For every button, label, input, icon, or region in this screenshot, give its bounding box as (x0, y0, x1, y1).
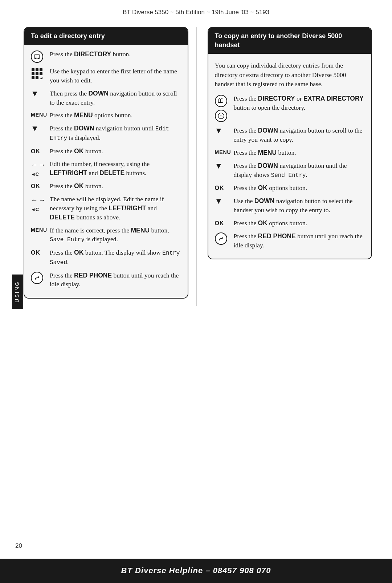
step-text: Press the OK button. The display will sh… (50, 248, 181, 267)
arrows-delete-icon: ← → ◄C (31, 159, 50, 178)
step-text: Press the RED PHONE button until you rea… (234, 232, 365, 250)
step-row: Press the RED PHONE button until you rea… (31, 271, 181, 289)
svg-rect-6 (32, 76, 34, 79)
footer-bar: BT Diverse Helpline – 08457 908 070 (0, 559, 392, 583)
down-arrow-icon: ▼ (31, 124, 50, 133)
ok-icon: OK (215, 183, 234, 192)
step-row: ▼ Then press the DOWN navigation button … (31, 89, 181, 107)
edit-entry-heading: To edit a directory entry (24, 28, 188, 45)
step-text: The name will be displayed. Edit the nam… (50, 195, 181, 222)
step-text: Press the RED PHONE button until you rea… (50, 271, 181, 289)
step-text: Use the keypad to enter the first letter… (50, 67, 181, 85)
arrows-delete-icon: ← → ◄C (31, 195, 50, 213)
step-row: OK Press the OK options button. (215, 183, 365, 193)
copy-entry-heading: To copy an entry to another Diverse 5000… (208, 28, 372, 54)
svg-rect-0 (32, 68, 34, 71)
step-row: OK Press the OK options button. (215, 219, 365, 228)
menu-icon: MENU (215, 148, 234, 156)
menu-icon: MENU (31, 226, 50, 234)
right-column: To copy an entry to another Diverse 5000… (197, 27, 372, 306)
menu-icon: MENU (31, 111, 50, 119)
step-text: Press the OK options button. (234, 183, 365, 193)
step-row: ▼ Press the DOWN navigation button until… (215, 161, 365, 180)
step-text: Press the MENU button. (234, 148, 365, 157)
directory-icon: 🕮 (31, 50, 50, 63)
step-text: Press the MENU options button. (50, 111, 181, 120)
step-row: ← → ◄C Edit the number, if necessary, us… (31, 159, 181, 178)
step-row: 🕮 ☺ Press the DIRECTORY or EXTRA DIRECTO… (215, 94, 365, 122)
down-arrow-icon: ▼ (215, 161, 234, 170)
svg-rect-7 (36, 76, 38, 79)
helpline-text: BT Diverse Helpline – 08457 908 070 (121, 566, 271, 575)
ok-icon: OK (31, 147, 50, 155)
header-title: BT Diverse 5350 ~ 5th Edition ~ 19th Jun… (123, 9, 269, 16)
copy-entry-section: To copy an entry to another Diverse 5000… (208, 27, 372, 260)
main-content: To edit a directory entry 🕮 Press the DI… (0, 23, 392, 313)
edit-entry-section: To edit a directory entry 🕮 Press the DI… (24, 27, 188, 299)
step-text: Press the DOWN navigation button until t… (234, 161, 365, 180)
step-text: Press the OK button. (50, 182, 181, 191)
copy-entry-body: You can copy individual directory entrie… (208, 54, 372, 259)
step-row: 🕮 Press the DIRECTORY button. (31, 50, 181, 63)
intro-text: You can copy individual directory entrie… (215, 61, 365, 89)
step-text: Press the DOWN navigation button to scro… (234, 126, 365, 144)
step-row: Use the keypad to enter the first letter… (31, 67, 181, 85)
step-text: Edit the number, if necessary, using the… (50, 159, 181, 178)
left-column: To edit a directory entry 🕮 Press the DI… (24, 27, 197, 306)
svg-rect-5 (40, 72, 42, 75)
edit-entry-body: 🕮 Press the DIRECTORY button. (24, 45, 188, 298)
step-text: Press the DIRECTORY or EXTRA DIRECTORY b… (234, 94, 365, 112)
ok-icon: OK (31, 182, 50, 190)
svg-rect-1 (36, 68, 38, 71)
step-row: ▼ Press the DOWN navigation button to sc… (215, 126, 365, 144)
step-row: MENU Press the MENU button. (215, 148, 365, 157)
step-row: ← → ◄C The name will be displayed. Edit … (31, 195, 181, 222)
step-row: OK Press the OK button. (31, 182, 181, 191)
step-row: Press the RED PHONE button until you rea… (215, 232, 365, 250)
step-text: Press the DOWN navigation button until E… (50, 124, 181, 142)
step-row: ▼ Use the DOWN navigation button to sele… (215, 197, 365, 215)
page-number: 20 (15, 542, 22, 550)
step-row: OK Press the OK button. (31, 147, 181, 156)
step-row: ▼ Press the DOWN navigation button until… (31, 124, 181, 142)
directory-extra-icon: 🕮 ☺ (215, 94, 234, 122)
step-text: Press the OK options button. (234, 219, 365, 228)
step-text: Press the DIRECTORY button. (50, 50, 181, 59)
down-arrow-icon: ▼ (31, 89, 50, 98)
ok-icon: OK (31, 248, 50, 257)
step-text: Use the DOWN navigation button to select… (234, 197, 365, 215)
svg-marker-8 (40, 77, 42, 79)
ok-icon: OK (215, 219, 234, 227)
red-phone-icon (215, 232, 234, 245)
step-row: MENU Press the MENU options button. (31, 111, 181, 120)
step-text: Press the OK button. (50, 147, 181, 156)
svg-rect-4 (36, 72, 38, 75)
svg-rect-2 (40, 68, 42, 71)
step-text: If the name is correct, press the MENU b… (50, 226, 181, 244)
step-row: MENU If the name is correct, press the M… (31, 226, 181, 244)
side-label: USING (12, 274, 23, 309)
keypad-icon (31, 67, 50, 81)
red-phone-icon (31, 271, 50, 284)
step-row: OK Press the OK button. The display will… (31, 248, 181, 267)
down-arrow-icon: ▼ (215, 197, 234, 205)
page-header: BT Diverse 5350 ~ 5th Edition ~ 19th Jun… (0, 0, 392, 23)
step-text: Then press the DOWN navigation button to… (50, 89, 181, 107)
svg-rect-3 (32, 72, 34, 75)
down-arrow-icon: ▼ (215, 126, 234, 135)
svg-text:☺: ☺ (219, 114, 223, 118)
